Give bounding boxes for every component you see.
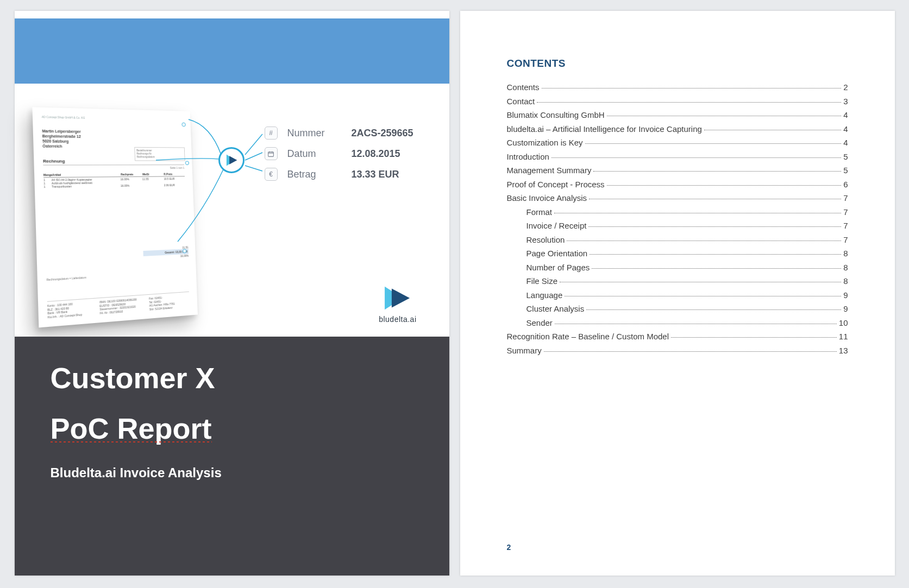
field-amount: € Betrag 13.33 EUR xyxy=(265,168,413,181)
h-5: R.Preis xyxy=(164,173,185,176)
toc-item[interactable]: File Size8 xyxy=(507,276,848,286)
bludelta-logo-badge xyxy=(218,147,245,173)
toc-leader-dots xyxy=(593,171,841,172)
toc-leader-dots xyxy=(544,351,837,352)
toc-item[interactable]: Page Orientation8 xyxy=(507,249,848,258)
toc-item-page: 8 xyxy=(843,263,848,272)
cover-title-line2: PoC Report xyxy=(51,413,212,444)
toc-item[interactable]: Summary13 xyxy=(507,346,848,355)
toc-item[interactable]: Basic Invoice Analysis7 xyxy=(507,193,848,203)
h-4: MwSt xyxy=(142,173,164,176)
toc-item-label: Format xyxy=(526,207,553,217)
toc-item-label: Recognition Rate – Baseline / Custom Mod… xyxy=(507,332,669,341)
toc-item-page: 9 xyxy=(843,290,848,300)
invoice-line-items: Menge Artikel Rechpreis MwSt R.Preis 1A4… xyxy=(43,173,185,188)
footer-col: Fax: 02451-Tel: 02451-AG Aachen: HRa 778… xyxy=(149,294,190,311)
toc-item-page: 5 xyxy=(843,166,848,175)
toc-item-label: Management Summary xyxy=(507,166,592,175)
toc-item-label: bludelta.ai – Artificial Intelligence fo… xyxy=(507,124,702,134)
toc-item-label: Sender xyxy=(526,318,553,327)
invoice-recipient-address: Martin Leipersberger Bergheimerstraße 12… xyxy=(42,129,184,150)
toc-item-page: 11 xyxy=(839,332,848,341)
toc-leader-dots xyxy=(555,324,837,324)
hash-icon: # xyxy=(265,127,278,140)
toc-item-label: Contact xyxy=(507,97,535,106)
toc-item[interactable]: Invoice / Receipt7 xyxy=(507,221,848,230)
toc-item[interactable]: Language9 xyxy=(507,290,848,300)
toc-item[interactable]: bludelta.ai – Artificial Intelligence fo… xyxy=(507,124,848,134)
page-toc: CONTENTS Contents2Contact3Blumatix Consu… xyxy=(460,11,895,576)
footer-col: IBAN: DE100 02990614086158EUSTID : DE652… xyxy=(99,298,142,315)
toc-item-page: 10 xyxy=(839,318,848,327)
toc-item[interactable]: Blumatix Consulting GmbH4 xyxy=(507,110,848,119)
toc-item-label: Basic Invoice Analysis xyxy=(507,193,587,203)
toc-item-page: 7 xyxy=(843,193,848,203)
toc-item-page: 2 xyxy=(843,83,848,92)
toc-item-label: Contents xyxy=(507,83,540,92)
extract-dot xyxy=(182,249,186,253)
toc-item-page: 6 xyxy=(843,180,848,189)
extract-dot xyxy=(181,123,185,127)
toc-item-page: 7 xyxy=(843,235,848,244)
toc-leader-dots xyxy=(586,309,841,310)
toc-item-label: Blumatix Consulting GmbH xyxy=(507,110,605,119)
toc-item-page: 7 xyxy=(843,221,848,230)
field-label: Betrag xyxy=(287,169,342,180)
footer-col: Konto : 100 444 100BLZ : 361 420 80Bank … xyxy=(47,301,92,319)
page-of: Seite 1 von 1 xyxy=(43,166,184,170)
toc-item[interactable]: Resolution7 xyxy=(507,235,848,244)
svg-marker-4 xyxy=(392,289,410,308)
toc-leader-dots xyxy=(567,241,841,241)
toc-item[interactable]: Sender10 xyxy=(507,318,848,327)
invoice-footnote: Rechnungsdatum = Lieferdatum xyxy=(46,276,86,281)
toc-leader-dots xyxy=(551,157,841,158)
toc-item[interactable]: Cluster Analysis9 xyxy=(507,304,848,313)
toc-item-page: 7 xyxy=(843,207,848,217)
toc-leader-dots xyxy=(537,102,841,103)
toc-item[interactable]: Recognition Rate – Baseline / Custom Mod… xyxy=(507,332,848,341)
toc-item-page: 4 xyxy=(843,124,848,134)
brand-block: bludelta.ai xyxy=(379,286,416,324)
toc-title: CONTENTS xyxy=(507,58,848,69)
calendar-icon xyxy=(265,147,278,160)
brand-text: bludelta.ai xyxy=(379,315,416,324)
toc-item[interactable]: Format7 xyxy=(507,207,848,217)
invoice-totals: 11,51 Gesamt: 13,33 EUR 16,00% xyxy=(143,245,189,260)
toc-item-label: Cluster Analysis xyxy=(526,304,585,313)
invoice-preview: AD Concept Shop GmbH & Co. KG Martin Lei… xyxy=(32,107,197,327)
field-label: Datum xyxy=(287,148,342,160)
toc-item[interactable]: Number of Pages8 xyxy=(507,263,848,272)
bludelta-play-icon xyxy=(224,153,239,167)
toc-item-page: 3 xyxy=(843,97,848,106)
toc-item[interactable]: Management Summary5 xyxy=(507,166,848,175)
toc-item-label: File Size xyxy=(526,276,558,286)
toc-item-page: 8 xyxy=(843,276,848,286)
toc-item-page: 13 xyxy=(839,346,848,355)
toc-leader-dots xyxy=(589,199,841,199)
toc-item-label: Page Orientation xyxy=(526,249,588,258)
cover-title-line1: Customer X xyxy=(51,363,413,394)
grand-lbl: Gesamt: xyxy=(164,250,174,254)
toc-item-page: 5 xyxy=(843,152,848,161)
toc-item[interactable]: Introduction5 xyxy=(507,152,848,161)
toc-item[interactable]: Contact3 xyxy=(507,97,848,106)
toc-leader-dots xyxy=(585,143,842,144)
extract-dot xyxy=(185,161,189,165)
field-date: Datum 12.08.2015 xyxy=(265,147,413,160)
toc-item[interactable]: Proof of Concept - Process6 xyxy=(507,180,848,189)
toc-leader-dots xyxy=(671,337,837,338)
toc-leader-dots xyxy=(565,296,841,296)
field-value: 2ACS-259665 xyxy=(352,128,413,139)
toc-item[interactable]: Customization is Key4 xyxy=(507,138,848,147)
toc-list: Contents2Contact3Blumatix Consulting Gmb… xyxy=(507,83,848,355)
toc-item-label: Summary xyxy=(507,346,542,355)
toc-item-label: Resolution xyxy=(526,235,565,244)
toc-item-label: Customization is Key xyxy=(507,138,583,147)
toc-item-label: Number of Pages xyxy=(526,263,590,272)
field-label: Nummer xyxy=(287,128,342,139)
toc-item-label: Introduction xyxy=(507,152,549,161)
toc-item-label: Language xyxy=(526,290,563,300)
toc-item[interactable]: Contents2 xyxy=(507,83,848,92)
svg-marker-1 xyxy=(229,156,237,165)
h-art: Artikel xyxy=(52,173,121,177)
